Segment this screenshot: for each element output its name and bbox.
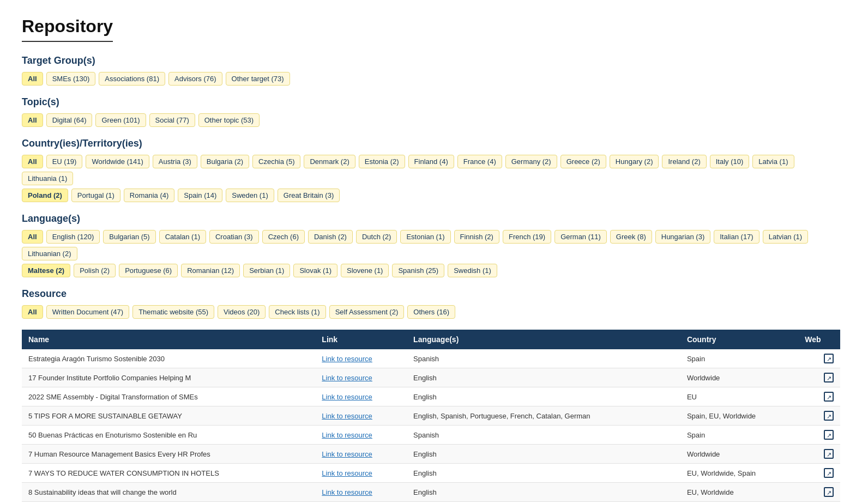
filter-tag[interactable]: Great Britain (3) [278, 189, 340, 202]
filter-tag[interactable]: Greece (2) [560, 155, 606, 168]
filter-tag[interactable]: Italy (10) [710, 155, 750, 168]
filter-tag[interactable]: Latvia (1) [752, 155, 794, 168]
filter-tag[interactable]: Maltese (2) [22, 264, 70, 277]
cell-link[interactable]: Link to resource [315, 426, 407, 445]
cell-link[interactable]: Link to resource [315, 464, 407, 483]
cell-web[interactable]: ↗ [798, 464, 840, 483]
filter-tag[interactable]: Worldwide (141) [86, 155, 149, 168]
filter-tag[interactable]: SMEs (130) [46, 72, 96, 86]
resource-link[interactable]: Link to resource [322, 488, 372, 496]
filter-tag[interactable]: Portugal (1) [71, 189, 120, 202]
cell-link[interactable]: Link to resource [315, 349, 407, 368]
filter-tag[interactable]: France (4) [457, 155, 502, 168]
cell-web[interactable]: ↗ [798, 426, 840, 445]
filter-tag[interactable]: All [22, 305, 43, 319]
cell-web[interactable]: ↗ [798, 349, 840, 368]
filter-tag[interactable]: Lithuania (1) [22, 172, 73, 185]
external-link-icon[interactable]: ↗ [824, 449, 834, 459]
cell-web[interactable]: ↗ [798, 483, 840, 502]
filter-tag[interactable]: Ireland (2) [662, 155, 706, 168]
resource-link[interactable]: Link to resource [322, 355, 372, 363]
filter-tag[interactable]: Romania (4) [124, 189, 175, 202]
filter-tag[interactable]: Romanian (12) [181, 264, 240, 277]
external-link-icon[interactable]: ↗ [824, 392, 834, 402]
filter-tag[interactable]: Slovene (1) [341, 264, 389, 277]
filter-tag[interactable]: Latvian (1) [763, 230, 808, 244]
filter-tag[interactable]: Greek (8) [610, 230, 652, 244]
filter-tag[interactable]: Digital (64) [46, 113, 93, 127]
resource-link[interactable]: Link to resource [322, 393, 372, 401]
filter-tag[interactable]: Catalan (1) [159, 230, 206, 244]
filter-tag[interactable]: Written Document (47) [46, 305, 130, 319]
filter-tag[interactable]: Czech (6) [262, 230, 305, 244]
filter-tag[interactable]: All [22, 230, 43, 244]
filter-tag[interactable]: Social (77) [149, 113, 195, 127]
cell-link[interactable]: Link to resource [315, 406, 407, 426]
filter-tag[interactable]: Serbian (1) [243, 264, 290, 277]
filter-tag[interactable]: All [22, 72, 43, 86]
cell-link[interactable]: Link to resource [315, 387, 407, 406]
filter-tag[interactable]: Lithuanian (2) [22, 247, 77, 260]
cell-web[interactable]: ↗ [798, 387, 840, 406]
filter-tag[interactable]: Czechia (5) [252, 155, 300, 168]
filter-tag[interactable]: Austria (3) [153, 155, 197, 168]
resource-link[interactable]: Link to resource [322, 450, 372, 458]
filter-tag[interactable]: All [22, 113, 43, 127]
filter-tag[interactable]: Croatian (3) [209, 230, 259, 244]
filter-tag[interactable]: Check lists (1) [269, 305, 325, 319]
filter-tag[interactable]: Thematic website (55) [132, 305, 214, 319]
cell-link[interactable]: Link to resource [315, 483, 407, 502]
filter-tag[interactable]: Advisors (76) [168, 72, 222, 86]
filter-tag[interactable]: Other target (73) [226, 72, 290, 86]
cell-link[interactable]: Link to resource [315, 445, 407, 464]
filter-tag[interactable]: Hungarian (3) [655, 230, 711, 244]
filter-tag[interactable]: Poland (2) [22, 189, 68, 202]
filter-tag[interactable]: Dutch (2) [356, 230, 397, 244]
cell-web[interactable]: ↗ [798, 368, 840, 387]
resource-link[interactable]: Link to resource [322, 469, 372, 477]
external-link-icon[interactable]: ↗ [824, 487, 834, 497]
filter-tag[interactable]: Finland (4) [408, 155, 454, 168]
filter-tag[interactable]: English (120) [46, 230, 100, 244]
filter-tag[interactable]: Estonia (2) [359, 155, 405, 168]
resource-link[interactable]: Link to resource [322, 431, 372, 439]
external-link-icon[interactable]: ↗ [824, 411, 834, 421]
filter-tag[interactable]: All [22, 155, 43, 168]
filter-tag[interactable]: Spanish (25) [392, 264, 444, 277]
filter-tag[interactable]: EU (19) [46, 155, 83, 168]
external-link-icon[interactable]: ↗ [824, 430, 834, 440]
cell-link[interactable]: Link to resource [315, 368, 407, 387]
external-link-icon[interactable]: ↗ [824, 373, 834, 382]
filter-tag[interactable]: Estonian (1) [400, 230, 450, 244]
external-link-icon[interactable]: ↗ [824, 354, 834, 363]
filter-tag[interactable]: Portuguese (6) [119, 264, 178, 277]
filter-tag[interactable]: Green (101) [95, 113, 146, 127]
filter-tag[interactable]: Finnish (2) [454, 230, 499, 244]
filter-tag[interactable]: Other topic (53) [198, 113, 260, 127]
filter-tag[interactable]: Swedish (1) [448, 264, 497, 277]
filter-tag[interactable]: Germany (2) [505, 155, 557, 168]
filter-tag[interactable]: German (11) [554, 230, 607, 244]
filter-tag[interactable]: Polish (2) [74, 264, 116, 277]
filter-tag[interactable]: Videos (20) [218, 305, 266, 319]
filter-tag[interactable]: Sweden (1) [226, 189, 274, 202]
filter-tag[interactable]: Self Assessment (2) [329, 305, 405, 319]
resource-link[interactable]: Link to resource [322, 412, 372, 420]
filter-tag[interactable]: Spain (14) [178, 189, 222, 202]
cell-web[interactable]: ↗ [798, 445, 840, 464]
filter-tag[interactable]: Bulgarian (5) [103, 230, 155, 244]
external-link-icon[interactable]: ↗ [824, 468, 834, 478]
filter-tag[interactable]: Slovak (1) [293, 264, 337, 277]
filter-tag[interactable]: Danish (2) [308, 230, 353, 244]
filter-tag[interactable]: Italian (17) [714, 230, 759, 244]
filter-tag[interactable]: French (19) [503, 230, 551, 244]
filter-tag[interactable]: Hungary (2) [610, 155, 659, 168]
filter-tag[interactable]: Bulgaria (2) [201, 155, 249, 168]
filter-tag[interactable]: Others (16) [407, 305, 455, 319]
page-title: Repository [22, 16, 113, 42]
filter-tag[interactable]: Associations (81) [99, 72, 165, 86]
cell-languages: English [407, 483, 680, 502]
filter-tag[interactable]: Denmark (2) [304, 155, 355, 168]
resource-link[interactable]: Link to resource [322, 374, 372, 382]
cell-web[interactable]: ↗ [798, 406, 840, 426]
